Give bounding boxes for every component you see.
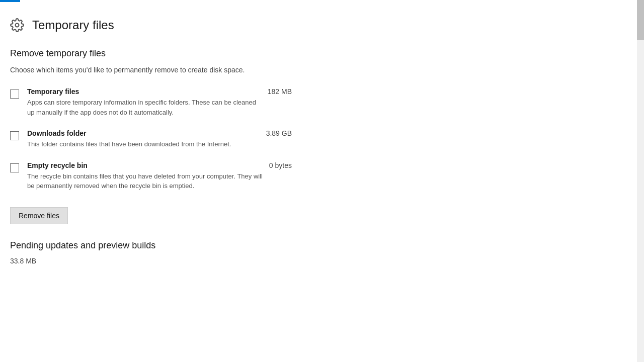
pending-size: 33.8 MB xyxy=(10,257,292,265)
file-header-0: Temporary files 182 MB xyxy=(27,87,292,96)
page-title: Temporary files xyxy=(32,18,114,32)
checkbox-wrapper-2 xyxy=(10,163,19,172)
file-items-container: Temporary files 182 MB Apps can store te… xyxy=(10,87,292,191)
main-content: Temporary files Remove temporary files C… xyxy=(0,0,312,275)
file-item: Empty recycle bin 0 bytes The recycle bi… xyxy=(10,161,292,191)
file-name-2: Empty recycle bin xyxy=(27,161,88,169)
checkbox-wrapper-1 xyxy=(10,131,19,140)
file-size-0: 182 MB xyxy=(268,87,292,96)
file-desc-2: The recycle bin contains files that you … xyxy=(27,171,264,191)
scrollbar[interactable] xyxy=(637,0,644,362)
file-item: Downloads folder 3.89 GB This folder con… xyxy=(10,129,292,149)
checkbox-0[interactable] xyxy=(10,89,19,99)
remove-files-button[interactable]: Remove files xyxy=(10,207,68,224)
checkbox-1[interactable] xyxy=(10,131,19,140)
file-name-1: Downloads folder xyxy=(27,129,86,137)
file-info-2: Empty recycle bin 0 bytes The recycle bi… xyxy=(27,161,292,191)
section-description: Choose which items you'd like to permane… xyxy=(10,65,262,75)
file-desc-1: This folder contains files that have bee… xyxy=(27,139,264,149)
file-item: Temporary files 182 MB Apps can store te… xyxy=(10,87,292,117)
file-header-1: Downloads folder 3.89 GB xyxy=(27,129,292,137)
page-header: Temporary files xyxy=(10,18,292,32)
checkbox-2[interactable] xyxy=(10,163,19,172)
file-info-1: Downloads folder 3.89 GB This folder con… xyxy=(27,129,292,149)
top-progress-bar xyxy=(0,0,20,2)
pending-section-title: Pending updates and preview builds xyxy=(10,240,292,251)
file-desc-0: Apps can store temporary information in … xyxy=(27,98,264,117)
file-info-0: Temporary files 182 MB Apps can store te… xyxy=(27,87,292,117)
section-title: Remove temporary files xyxy=(10,48,292,59)
scrollbar-thumb[interactable] xyxy=(637,0,644,40)
file-header-2: Empty recycle bin 0 bytes xyxy=(27,161,292,169)
file-name-0: Temporary files xyxy=(27,87,79,96)
file-size-2: 0 bytes xyxy=(269,161,292,169)
gear-icon xyxy=(10,18,24,32)
checkbox-wrapper-0 xyxy=(10,89,19,99)
svg-point-0 xyxy=(16,24,19,27)
file-size-1: 3.89 GB xyxy=(266,129,292,137)
